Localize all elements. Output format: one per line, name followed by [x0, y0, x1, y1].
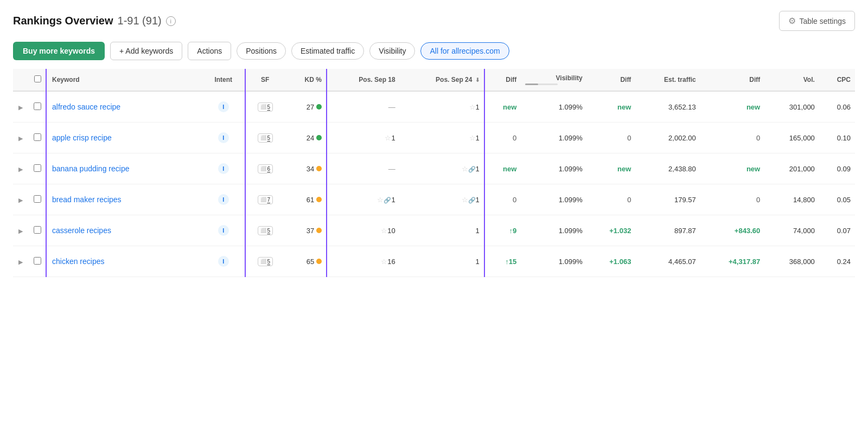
sf-cell: ⬜5 [245, 215, 285, 246]
pos-sep24-cell: ☆🔗1 [400, 184, 484, 215]
pos-sep18-cell: — [327, 91, 400, 123]
th-est-diff: Diff [700, 69, 765, 91]
sort-icon: ⬇ [475, 77, 480, 83]
th-cpc: CPC [819, 69, 855, 91]
sf-number[interactable]: 5 [267, 259, 271, 265]
toolbar: Buy more keywords + Add keywords Actions… [13, 42, 855, 60]
add-keywords-button[interactable]: + Add keywords [110, 42, 182, 60]
cpc-cell: 0.06 [819, 91, 855, 123]
visibility-cell: 1.099% [521, 123, 586, 153]
pos-sep18-value: — [388, 103, 395, 111]
vis-diff-cell: new [587, 91, 636, 123]
star-icon: ☆ [462, 165, 468, 173]
sf-number[interactable]: 5 [267, 104, 271, 110]
expand-cell[interactable]: ▶ [13, 184, 29, 215]
cpc-cell: 0.10 [819, 123, 855, 153]
th-intent: Intent [202, 69, 245, 91]
actions-button[interactable]: Actions [188, 42, 231, 60]
sf-cell: ⬜5 [245, 246, 285, 277]
diff-cell: ↑15 [484, 246, 521, 277]
info-icon[interactable]: i [166, 16, 176, 26]
keyword-link[interactable]: casserole recipes [52, 226, 111, 235]
row-checkbox[interactable] [34, 195, 41, 203]
th-pos-sep24[interactable]: Pos. Sep 24 ⬇ [400, 69, 484, 91]
sf-number[interactable]: 5 [267, 228, 271, 234]
page-range: 1-91 (91) [118, 15, 162, 27]
keyword-link[interactable]: apple crisp recipe [52, 133, 112, 142]
sf-number[interactable]: 5 [267, 135, 271, 141]
kd-cell: 65 [285, 246, 327, 277]
vol-value: 14,800 [793, 196, 815, 204]
expand-arrow-icon[interactable]: ▶ [18, 197, 25, 203]
star-icon: ☆ [462, 196, 468, 204]
sf-number[interactable]: 6 [267, 166, 271, 172]
vis-diff-cell: +1.063 [587, 246, 636, 277]
vol-cell: 201,000 [764, 153, 819, 184]
visibility-cell: 1.099% [521, 153, 586, 184]
row-checkbox[interactable] [34, 102, 41, 110]
row-checkbox-cell [29, 123, 46, 153]
intent-badge: I [218, 132, 229, 143]
sf-icon[interactable]: ⬜5 [258, 257, 273, 266]
pos-sep24-value: 1 [476, 165, 480, 173]
est-diff-value: new [746, 165, 760, 173]
filter-visibility[interactable]: Visibility [369, 42, 415, 60]
sf-icon[interactable]: ⬜5 [258, 133, 273, 143]
est-traffic-value: 2,438.80 [668, 165, 696, 173]
row-checkbox[interactable] [34, 133, 41, 141]
table-row: ▶casserole recipesI⬜537 ☆101↑91.099%+1.0… [13, 215, 855, 246]
star-icon: ☆ [377, 196, 384, 204]
sf-cell: ⬜5 [245, 123, 285, 153]
vol-cell: 74,000 [764, 215, 819, 246]
keyword-link[interactable]: banana pudding recipe [52, 164, 129, 173]
pos-sep18-value: 10 [387, 227, 395, 235]
sf-icon[interactable]: ⬜7 [258, 195, 273, 204]
select-all-checkbox[interactable] [34, 75, 41, 82]
cpc-value: 0.10 [837, 134, 851, 142]
kd-cell: 37 [285, 215, 327, 246]
expand-cell[interactable]: ▶ [13, 246, 29, 277]
cpc-value: 0.07 [837, 227, 851, 235]
diff-value: ↑9 [509, 227, 517, 235]
th-keyword: Keyword [46, 69, 202, 91]
est-traffic-cell: 2,438.80 [635, 153, 700, 184]
vis-diff-value: +1.032 [609, 227, 631, 235]
keyword-cell: bread maker recipes [46, 184, 202, 215]
filter-estimated-traffic[interactable]: Estimated traffic [291, 42, 364, 60]
est-diff-cell: new [700, 153, 765, 184]
expand-arrow-icon[interactable]: ▶ [18, 135, 25, 142]
expand-arrow-icon[interactable]: ▶ [18, 104, 25, 111]
est-diff-cell: +4,317.87 [700, 246, 765, 277]
expand-arrow-icon[interactable]: ▶ [18, 259, 25, 265]
star-icon: ☆ [469, 134, 476, 142]
keyword-cell: alfredo sauce recipe [46, 91, 202, 123]
sf-number[interactable]: 7 [267, 197, 271, 203]
sf-icon[interactable]: ⬜6 [258, 164, 273, 173]
est-diff-value: +843.60 [735, 227, 760, 235]
expand-cell[interactable]: ▶ [13, 215, 29, 246]
keyword-link[interactable]: chicken recipes [52, 257, 105, 266]
sf-icon[interactable]: ⬜5 [258, 102, 273, 112]
keyword-link[interactable]: bread maker recipes [52, 195, 122, 204]
sf-icon[interactable]: ⬜5 [258, 226, 273, 235]
visibility-value: 1.099% [559, 165, 583, 173]
filter-allrecipes[interactable]: All for allrecipes.com [420, 42, 509, 60]
expand-cell[interactable]: ▶ [13, 153, 29, 184]
vis-diff-cell: new [587, 153, 636, 184]
row-checkbox[interactable] [34, 164, 41, 172]
table-settings-button[interactable]: ⚙ Table settings [779, 11, 855, 31]
visibility-value: 1.099% [559, 134, 583, 142]
keyword-link[interactable]: alfredo sauce recipe [52, 102, 120, 111]
row-checkbox[interactable] [34, 226, 41, 234]
filter-positions[interactable]: Positions [237, 42, 286, 60]
buy-keywords-button[interactable]: Buy more keywords [13, 42, 105, 60]
th-kd: KD % [285, 69, 327, 91]
expand-cell[interactable]: ▶ [13, 91, 29, 123]
pos-sep18-cell: ☆16 [327, 246, 400, 277]
expand-arrow-icon[interactable]: ▶ [18, 166, 25, 172]
expand-cell[interactable]: ▶ [13, 123, 29, 153]
row-checkbox[interactable] [34, 257, 41, 265]
link-icon: 🔗 [468, 197, 476, 203]
expand-arrow-icon[interactable]: ▶ [18, 228, 25, 234]
th-diff: Diff [484, 69, 521, 91]
